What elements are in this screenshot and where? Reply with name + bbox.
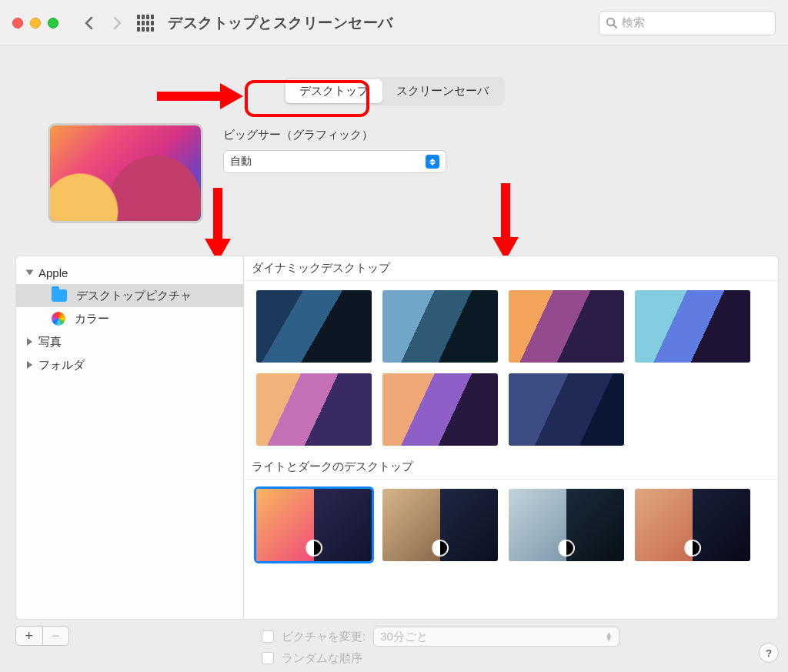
search-placeholder: 検索 <box>622 15 645 30</box>
zoom-window-button[interactable] <box>48 18 58 28</box>
light-dark-badge-icon <box>306 540 322 557</box>
change-interval-dropdown[interactable]: 30分ごと ▲▼ <box>373 627 619 647</box>
tab-screensaver[interactable]: スクリーンセーバ <box>382 79 503 103</box>
sidebar-group-folders[interactable]: フォルダ <box>16 353 243 376</box>
wallpaper-thumb[interactable] <box>509 290 624 363</box>
random-order-checkbox[interactable] <box>262 652 274 664</box>
dynamic-thumbnails <box>244 281 778 455</box>
folder-icon <box>52 289 67 302</box>
main-split: Apple デスクトップピクチャ カラー 写真 フォルダ ダイナミックデスクトッ… <box>15 256 779 620</box>
svg-line-1 <box>613 25 616 28</box>
sidebar-group-photos[interactable]: 写真 <box>16 330 243 353</box>
wallpaper-thumb[interactable] <box>382 489 498 561</box>
disclosure-triangle-icon <box>27 361 32 369</box>
color-wheel-icon <box>52 312 65 326</box>
annotation-arrow-down-right <box>489 183 522 260</box>
sidebar-label: カラー <box>75 312 109 326</box>
sidebar-label: Apple <box>38 266 68 279</box>
tab-row: デスクトップ スクリーンセーバ <box>0 77 788 105</box>
section-lightdark-title: ライトとダークのデスクトップ <box>244 455 778 480</box>
source-sidebar: Apple デスクトップピクチャ カラー 写真 フォルダ <box>15 256 243 620</box>
light-dark-badge-icon <box>684 540 701 557</box>
tab-desktop[interactable]: デスクトップ <box>285 79 382 103</box>
wallpaper-thumb[interactable] <box>509 373 624 446</box>
light-dark-badge-icon <box>558 540 575 557</box>
annotation-arrow-right <box>157 80 243 112</box>
wallpaper-thumb[interactable] <box>509 489 624 561</box>
updown-chevron-icon: ▲▼ <box>605 632 613 641</box>
updown-chevron-icon <box>426 155 439 169</box>
minimize-window-button[interactable] <box>30 18 41 28</box>
section-dynamic-title: ダイナミックデスクトップ <box>244 256 778 281</box>
help-button[interactable]: ? <box>759 643 779 663</box>
search-icon <box>606 17 617 28</box>
sidebar-label: 写真 <box>38 335 62 349</box>
svg-marker-3 <box>220 83 243 109</box>
back-button[interactable] <box>78 13 98 33</box>
wallpaper-thumb[interactable] <box>256 489 372 561</box>
footer-options: ピクチャを変更: 30分ごと ▲▼ ランダムな順序 <box>262 626 619 669</box>
change-picture-checkbox[interactable] <box>262 630 274 643</box>
preview-area: ビッグサー（グラフィック） 自動 <box>48 123 446 223</box>
wallpaper-thumb[interactable] <box>635 489 750 561</box>
interval-selected: 30分ごと <box>380 630 428 644</box>
sidebar-label: フォルダ <box>38 358 85 373</box>
close-window-button[interactable] <box>12 18 23 28</box>
window-controls <box>12 18 58 28</box>
current-wallpaper-preview <box>48 123 203 223</box>
wallpaper-thumb[interactable] <box>382 373 498 446</box>
footer: + − ピクチャを変更: 30分ごと ▲▼ ランダムな順序 <box>15 621 779 672</box>
sidebar-label: デスクトップピクチャ <box>76 289 192 303</box>
add-source-button[interactable]: + <box>16 627 43 645</box>
wallpaper-thumb[interactable] <box>635 290 750 363</box>
forward-button[interactable] <box>108 13 128 33</box>
wallpaper-thumb[interactable] <box>382 290 498 363</box>
window-title: デスクトップとスクリーンセーバ <box>168 13 393 33</box>
change-picture-label: ピクチャを変更: <box>282 630 366 644</box>
wallpaper-name-label: ビッグサー（グラフィック） <box>223 128 446 142</box>
add-remove-source: + − <box>15 626 69 646</box>
search-field[interactable]: 検索 <box>599 11 776 35</box>
sidebar-item-colors[interactable]: カラー <box>16 307 243 330</box>
tab-segmented-control: デスクトップ スクリーンセーバ <box>283 77 505 105</box>
toolbar: デスクトップとスクリーンセーバ 検索 <box>0 0 788 46</box>
wallpaper-grid-panel: ダイナミックデスクトップ ライトとダークのデスクトップ <box>243 256 779 620</box>
remove-source-button[interactable]: − <box>43 627 69 645</box>
appearance-mode-dropdown[interactable]: 自動 <box>223 150 446 173</box>
chevron-right-icon <box>113 16 122 30</box>
all-prefs-icon[interactable] <box>137 15 154 32</box>
wallpaper-thumb[interactable] <box>256 290 372 363</box>
dropdown-selected-value: 自動 <box>230 155 252 169</box>
disclosure-triangle-icon <box>27 338 32 346</box>
chevron-left-icon <box>84 16 93 30</box>
sidebar-item-desktop-pictures[interactable]: デスクトップピクチャ <box>16 284 243 307</box>
wallpaper-thumb[interactable] <box>256 373 372 446</box>
sidebar-group-apple[interactable]: Apple <box>16 261 243 284</box>
random-order-label: ランダムな順序 <box>282 651 362 666</box>
disclosure-triangle-icon <box>26 270 34 276</box>
lightdark-thumbnails <box>244 480 778 570</box>
light-dark-badge-icon <box>432 540 449 557</box>
